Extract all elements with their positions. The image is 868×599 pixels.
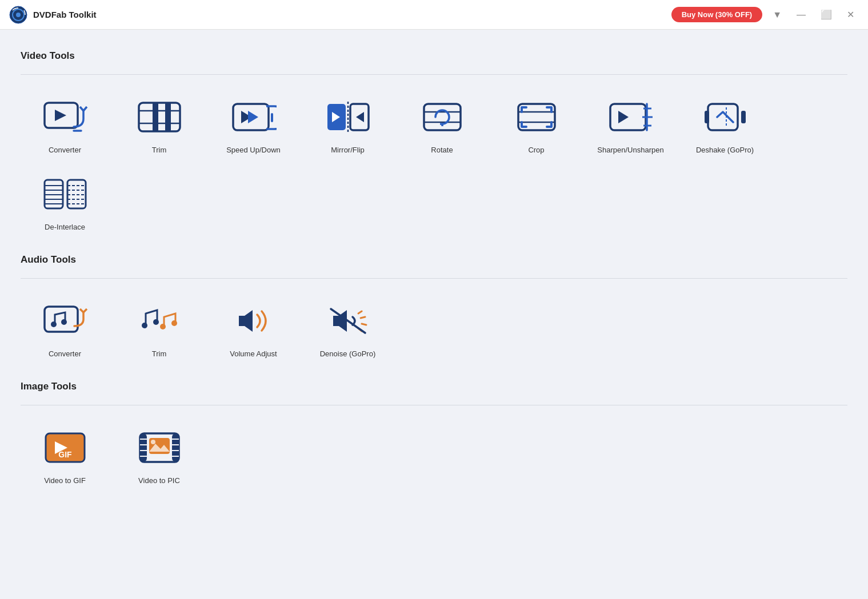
video-sharpen-icon — [608, 99, 654, 135]
image-gif-icon: GIF — [42, 430, 88, 465]
svg-rect-31 — [741, 111, 746, 123]
tool-video-mirror[interactable]: Mirror/Flip — [303, 89, 392, 160]
svg-rect-6 — [139, 103, 180, 131]
audio-tools-section: Audio Tools Converter — [21, 254, 847, 364]
svg-point-50 — [160, 324, 166, 329]
tool-label: Deshake (GoPro) — [696, 146, 754, 154]
svg-marker-53 — [333, 310, 347, 332]
svg-point-2 — [16, 13, 21, 17]
tool-label: Volume Adjust — [230, 349, 277, 358]
svg-rect-64 — [140, 433, 147, 462]
main-content: Video Tools Converter — [0, 30, 868, 599]
titlebar-left: DVDFab Toolkit — [9, 6, 97, 24]
svg-point-48 — [142, 323, 147, 328]
tool-video-trim[interactable]: Trim — [115, 89, 203, 160]
tool-label: Denoise (GoPro) — [320, 349, 376, 358]
svg-line-54 — [358, 311, 362, 313]
video-crop-icon — [514, 99, 559, 135]
tool-audio-denoise[interactable]: Denoise (GoPro) — [303, 292, 392, 364]
tool-label: De-Interlace — [45, 223, 85, 231]
svg-rect-30 — [705, 111, 709, 123]
svg-point-47 — [61, 319, 67, 325]
audio-converter-icon — [42, 303, 88, 339]
tool-video-crop[interactable]: Crop — [492, 89, 581, 160]
tool-video-deinterlace[interactable]: De-Interlace — [21, 166, 109, 237]
tool-label: Trim — [152, 146, 167, 154]
svg-marker-18 — [356, 112, 364, 122]
tool-label: Converter — [49, 349, 81, 358]
app-title: DVDFab Toolkit — [33, 10, 97, 19]
audio-tools-divider — [21, 278, 847, 279]
svg-rect-10 — [165, 103, 171, 131]
tool-audio-volume[interactable]: Volume Adjust — [209, 292, 298, 364]
svg-rect-65 — [172, 433, 179, 462]
svg-marker-27 — [618, 111, 629, 123]
tool-video-converter[interactable]: Converter — [21, 89, 109, 160]
video-tools-grid: Converter Trim — [21, 89, 847, 237]
tool-label: Rotate — [431, 146, 453, 154]
video-converter-icon — [42, 99, 88, 135]
video-tools-section: Video Tools Converter — [21, 50, 847, 237]
audio-volume-icon — [231, 303, 277, 339]
tool-image-gif[interactable]: GIF Video to GIF — [21, 419, 109, 491]
tool-video-sharpen[interactable]: Sharpen/Unsharpen — [586, 89, 675, 160]
svg-line-55 — [361, 317, 365, 318]
tool-label: Crop — [528, 146, 544, 154]
tool-video-deshake[interactable]: Deshake (GoPro) — [681, 89, 769, 160]
audio-trim-icon — [137, 303, 182, 339]
svg-marker-13 — [248, 111, 258, 123]
svg-rect-9 — [153, 103, 158, 131]
svg-marker-52 — [239, 310, 253, 332]
tool-video-speed[interactable]: Speed Up/Down — [209, 89, 298, 160]
titlebar: DVDFab Toolkit Buy Now (30% OFF) ▼ — ⬜ ✕ — [0, 0, 868, 30]
buy-now-button[interactable]: Buy Now (30% OFF) — [671, 7, 763, 22]
tool-label: Converter — [49, 146, 81, 154]
tool-label: Trim — [152, 349, 167, 358]
image-tools-title: Image Tools — [21, 381, 847, 392]
tool-audio-converter[interactable]: Converter — [21, 292, 109, 364]
tool-label: Mirror/Flip — [331, 146, 365, 154]
svg-rect-20 — [424, 104, 461, 130]
tool-video-rotate[interactable]: Rotate — [398, 89, 486, 160]
svg-point-51 — [171, 320, 177, 326]
audio-denoise-icon — [325, 303, 371, 339]
tool-label: Sharpen/Unsharpen — [597, 146, 663, 154]
close-button[interactable]: ✕ — [842, 7, 859, 22]
svg-rect-29 — [708, 104, 738, 130]
audio-tools-grid: Converter Trim — [21, 292, 847, 364]
svg-rect-45 — [45, 307, 78, 332]
tool-label: Speed Up/Down — [226, 146, 281, 154]
video-tools-title: Video Tools — [21, 50, 847, 62]
maximize-button[interactable]: ⬜ — [816, 7, 837, 22]
image-tools-divider — [21, 405, 847, 405]
svg-point-49 — [153, 319, 159, 325]
video-deinterlace-icon — [42, 176, 88, 212]
svg-line-56 — [362, 324, 366, 325]
svg-text:GIF: GIF — [58, 450, 72, 459]
titlebar-right: Buy Now (30% OFF) ▼ — ⬜ ✕ — [671, 7, 859, 22]
video-tools-divider — [21, 74, 847, 75]
audio-tools-title: Audio Tools — [21, 254, 847, 266]
video-mirror-icon — [325, 99, 371, 135]
minimize-button[interactable]: — — [792, 7, 810, 22]
tool-audio-trim[interactable]: Trim — [115, 292, 203, 364]
image-tools-grid: GIF Video to GIF — [21, 419, 847, 491]
tool-label: Video to PIC — [138, 476, 180, 485]
tool-label: Video to GIF — [44, 476, 86, 485]
video-trim-icon — [137, 99, 182, 135]
tool-image-pic[interactable]: Video to PIC — [115, 419, 203, 491]
svg-point-46 — [51, 321, 57, 327]
svg-point-75 — [151, 440, 155, 444]
minimize-dropdown-button[interactable]: ▼ — [768, 7, 786, 22]
image-pic-icon — [137, 430, 182, 465]
video-speed-icon — [231, 99, 277, 135]
svg-marker-4 — [55, 110, 66, 121]
app-logo-icon — [9, 6, 27, 24]
image-tools-section: Image Tools GIF Video to GIF — [21, 381, 847, 491]
video-rotate-icon — [419, 99, 465, 135]
video-deshake-icon — [702, 99, 748, 135]
